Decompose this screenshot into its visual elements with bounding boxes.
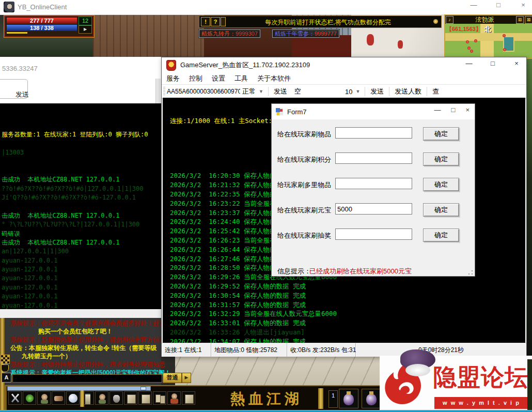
log-line: |13003 [2,148,161,157]
log-line [2,202,161,211]
moon-orb-icon[interactable] [66,391,80,405]
crossed-swords-icon[interactable] [8,391,22,405]
log-line: ayuan-127.0.0.1 [2,301,161,309]
maximize-icon[interactable]: □ [487,59,498,67]
shield-icon[interactable] [1,364,9,372]
maximize-icon[interactable]: □ [493,1,504,9]
chat-input[interactable] [12,374,162,383]
music-icon[interactable]: ♪ [446,16,453,24]
form-row: 给在线玩家刷抽奖 确定 [272,228,475,242]
gameserver-titlebar[interactable]: GameServer_热血首区_11.702.1902.23109 — □ × [162,57,526,73]
pouch-icon[interactable] [109,391,123,405]
send-count-button[interactable]: 发送人数 [395,87,421,96]
status-cell: 收:0B/s 发:232B/s 包:31 [287,343,356,357]
mp-bar: 138 / 338 [7,25,77,31]
book-icon[interactable] [124,391,137,405]
character-icon[interactable] [37,391,51,405]
trade-hand-icon[interactable] [52,391,65,405]
field-input[interactable] [335,127,412,139]
close-icon[interactable]: × [511,59,522,67]
form-row: 给在线玩家刷元宝 确定 [272,203,475,217]
game-window-title: YB_OnlineClient [18,3,67,11]
confirm-button[interactable]: 确定 [423,127,459,141]
potion-slot-icon[interactable] [362,389,381,408]
game-scene-pavement [161,356,383,387]
close-icon[interactable]: × [518,1,529,9]
confirm-button[interactable]: 确定 [423,152,459,166]
status-bar: 连接:1 在线:1地图物品:0 怪物:25782收:0B/s 发:232B/s … [162,343,526,357]
scrollbar[interactable] [155,79,161,103]
send-button-2[interactable]: 发送 [370,87,384,96]
field-label: 给在线玩家刷抽奖 [277,231,331,240]
maximize-icon[interactable]: □ [451,106,456,114]
menu-item[interactable]: 关于本软件 [253,73,295,84]
minimap-zoom-icon[interactable]: ⊞ [516,16,524,24]
quickslot-number[interactable]: 1 [328,390,338,408]
field-input[interactable] [335,203,412,215]
toolbar-grip[interactable] [163,87,165,96]
chat-line: 系统提示：新服预热禁止使用外挂，请勿相信非官方信息 [10,335,175,344]
menu-item[interactable]: 工具 [230,73,253,84]
log-line: ayuan-127.0.0.1 [2,274,161,283]
menu-item[interactable]: 服务 [162,73,184,84]
scrollbar-thumb[interactable] [140,387,146,390]
ornament-icon[interactable] [1,355,10,364]
screen: YB_OnlineClient — □ × 277 / 777 138 / 33… [0,0,532,412]
log-line: ayuan-127.0.0.1 [2,292,161,301]
status-cell: 地图物品:0 怪物:25782 [211,343,287,357]
taskbar-edge [0,410,532,412]
form7-titlebar[interactable]: Form7 — □ × [272,104,475,119]
help-icon[interactable]: ? [211,17,220,26]
portrait-icon[interactable] [95,391,108,405]
mode-dropdown[interactable]: 正常 ▼ [242,87,267,96]
expand-arrow-icon[interactable]: ▶ [79,25,92,34]
exclaim-icon[interactable]: ! [201,17,210,26]
spirit-orb-icon[interactable] [23,391,36,405]
minimize-icon[interactable]: — [434,106,441,114]
scroll-icon[interactable] [182,391,195,405]
minimize-icon[interactable]: — [468,1,479,9]
status-label: 信息提示： [277,267,311,276]
left-tool-window: 5336.33247 发送 服务器数量:1 在线玩家:1 登陆列队:0 狮子列队… [0,58,162,318]
field-input[interactable] [335,228,412,240]
chat-mode-badge[interactable]: A [2,373,11,383]
target-label[interactable]: 空 [294,87,301,96]
minimap-close-icon[interactable]: ⊠ [525,16,532,24]
send-button-1[interactable]: 发送 [274,87,287,96]
watermark-name: 隐盟论坛 [433,362,528,393]
field-input[interactable] [335,152,412,164]
menu-item[interactable]: 控制 [184,73,207,84]
close-icon[interactable]: × [465,106,470,114]
slot-group-divider [318,388,323,409]
log-line: 击成功 本机地址CZ88.NET 127.0.0.1 [2,175,161,184]
minimap-dot [474,39,477,42]
buff-label-1: 精炼九转丹：9999307 [199,29,260,38]
menu-item[interactable]: 设置 [207,73,230,84]
game-logo-text: 熱血江湖 [230,389,303,409]
log-line [2,166,161,175]
query-button[interactable]: 查 [432,87,439,96]
tags-icon[interactable] [153,391,166,405]
status-message: 已经成功刷给在线玩家刷5000元宝 [309,267,412,276]
left-log-console[interactable]: 服务器数量:1 在线玩家:1 登陆列队:0 狮子列队:0|13003击成功 本机… [0,103,161,309]
chat-scrollbar[interactable] [7,386,151,391]
chat-channel-button[interactable]: 普通 [163,373,182,383]
letter-icon[interactable] [138,391,152,405]
confirm-button[interactable]: 确定 [423,203,459,217]
field-input[interactable] [335,178,412,189]
left-send-button[interactable]: 发送 [15,90,29,99]
confirm-button[interactable]: 确定 [423,228,459,242]
minimize-icon[interactable]: — [463,59,475,67]
confirm-button[interactable]: 确定 [423,178,459,191]
count-dropdown[interactable]: 10 ▼ [345,88,363,96]
chat-channel-arrow-icon[interactable]: ▶ [182,373,191,383]
level-badge: 12 [79,17,92,25]
resize-grip[interactable] [468,270,473,275]
npc-icon[interactable] [167,391,181,405]
potion-slot-icon[interactable] [339,389,358,408]
log-line: 2026/3/2 16:31:57 保存人物的数据 完成 [163,300,525,310]
packet-input[interactable] [167,88,240,95]
watermark: 隐盟论坛 w w w . y m l t . v i p [380,356,532,412]
toolbar: 正常 ▼ 发送 空 10 ▼ 发送 发送人数 查 [162,84,526,99]
log-line: Jí'Q??ò!#ó?X??ò!#ó?X??ò!#ó-127.0.0.1 [2,193,161,202]
